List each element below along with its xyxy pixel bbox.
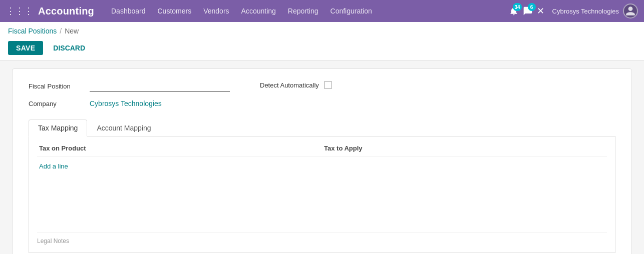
breadcrumb-separator: /	[60, 27, 62, 35]
nav-configuration[interactable]: Configuration	[326, 4, 377, 18]
tab-tax-mapping[interactable]: Tax Mapping	[29, 120, 87, 136]
save-button[interactable]: SAVE	[8, 41, 43, 55]
breadcrumb: Fiscal Positions / New	[8, 22, 636, 38]
nav-accounting[interactable]: Accounting	[236, 4, 281, 18]
fiscal-position-group: Fiscal Position	[29, 81, 230, 92]
fiscal-position-label: Fiscal Position	[29, 82, 84, 90]
col-tax-to-apply: Tax to Apply	[322, 144, 607, 152]
tabs-row: Tax Mapping Account Mapping	[29, 120, 615, 136]
notification-badge: 34	[513, 3, 521, 11]
nav-reporting[interactable]: Reporting	[283, 4, 324, 18]
detect-automatically-checkbox[interactable]	[324, 81, 332, 89]
main-nav: Dashboard Customers Vendors Accounting R…	[106, 4, 509, 18]
breadcrumb-current: New	[65, 27, 79, 35]
tab-account-mapping[interactable]: Account Mapping	[87, 120, 160, 136]
discard-button[interactable]: DISCARD	[47, 41, 91, 55]
app-title: Accounting	[38, 6, 94, 17]
nav-customers[interactable]: Customers	[153, 4, 197, 18]
left-fields: Fiscal Position Company Cybrosys Technol…	[29, 81, 230, 108]
col-tax-on-product: Tax on Product	[37, 144, 322, 152]
add-line-button[interactable]: Add a line	[37, 160, 70, 172]
form-card: Fiscal Position Company Cybrosys Technol…	[12, 68, 632, 254]
company-name: Cybrosys Technologies	[552, 8, 619, 15]
legal-notes-area: Legal Notes	[37, 232, 607, 244]
nav-dashboard[interactable]: Dashboard	[106, 4, 151, 18]
message-badge: 6	[528, 3, 536, 11]
action-bar: SAVE DISCARD	[8, 38, 636, 60]
topbar: ⋮⋮⋮ Accounting Dashboard Customers Vendo…	[0, 0, 644, 22]
company-value[interactable]: Cybrosys Technologies	[90, 100, 162, 108]
fiscal-position-input[interactable]	[90, 81, 230, 92]
close-icon[interactable]: ✕	[537, 6, 544, 16]
detect-automatically-label: Detect Automatically	[260, 82, 319, 89]
main-content: Fiscal Position Company Cybrosys Technol…	[0, 60, 644, 254]
right-fields: Detect Automatically	[260, 81, 332, 108]
form-fields-row: Fiscal Position Company Cybrosys Technol…	[29, 81, 615, 108]
topbar-right: 34 6 ✕ Cybrosys Technologies	[509, 4, 638, 18]
legal-notes-label: Legal Notes	[37, 238, 69, 244]
tabs-container: Tax Mapping Account Mapping	[29, 120, 615, 136]
message-icon[interactable]: 6	[523, 6, 533, 16]
breadcrumb-parent[interactable]: Fiscal Positions	[8, 27, 57, 35]
table-header: Tax on Product Tax to Apply	[37, 144, 607, 156]
notification-icon[interactable]: 34	[509, 6, 519, 16]
company-label: Company	[29, 100, 84, 108]
tab-content-tax-mapping: Tax on Product Tax to Apply Add a line L…	[29, 136, 615, 253]
avatar[interactable]	[623, 4, 638, 18]
subbar: Fiscal Positions / New SAVE DISCARD	[0, 22, 644, 60]
company-group: Company Cybrosys Technologies	[29, 100, 230, 108]
nav-vendors[interactable]: Vendors	[198, 4, 234, 18]
detect-automatically-group: Detect Automatically	[260, 81, 332, 89]
grid-icon[interactable]: ⋮⋮⋮	[6, 6, 33, 16]
